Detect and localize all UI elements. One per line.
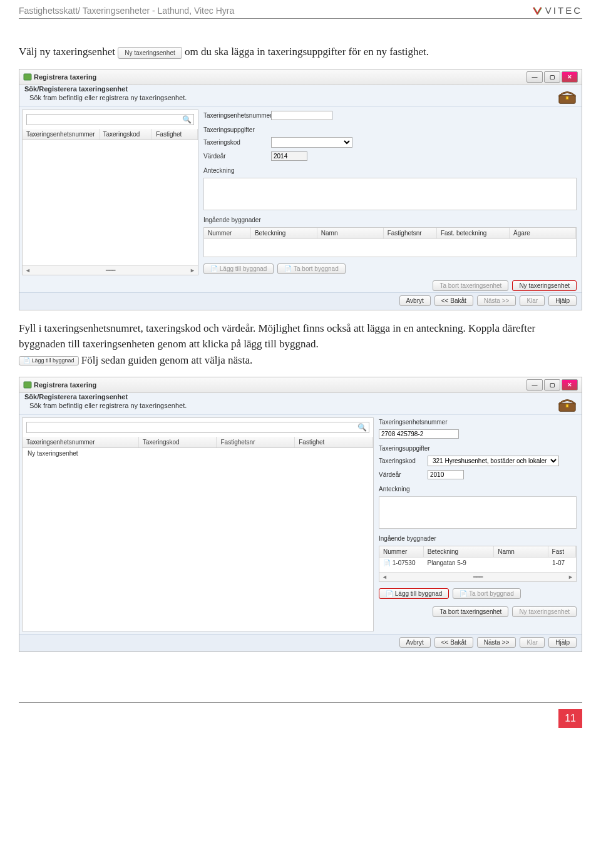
- close-button[interactable]: ✕: [562, 379, 578, 391]
- section-description: Sök fram befintlig eller registrera ny t…: [29, 402, 187, 409]
- remove-building-button[interactable]: 📄 Ta bort byggnad: [453, 588, 520, 599]
- taxation-code-label: Taxeringskod: [203, 139, 266, 146]
- svg-rect-0: [24, 74, 31, 80]
- cancel-button[interactable]: Avbryt: [399, 637, 431, 648]
- section-title: Sök/Registerera taxeringsenhet: [19, 393, 582, 402]
- register-taxation-window-1: Registrera taxering — ▢ ✕ Sök/Registerer…: [19, 69, 582, 310]
- value-year-input[interactable]: [428, 470, 464, 479]
- unit-number-label: Taxeringsenhetsnummer: [379, 419, 441, 426]
- window-icon: [23, 381, 32, 389]
- help-button[interactable]: Hjälp: [548, 295, 577, 306]
- value-year-input[interactable]: [271, 151, 307, 161]
- maximize-button[interactable]: ▢: [544, 71, 560, 83]
- note-label: Anteckning: [203, 167, 577, 174]
- brand-logo: VITEC: [533, 5, 582, 16]
- left-search-panel: 🔍 Taxeringsenhetsnummer Taxeringskod Fas…: [22, 110, 198, 275]
- section-title: Sök/Registerera taxeringsenhet: [19, 85, 582, 94]
- paragraph-2: Fyll i taxeringsenhetsnumret, taxeringsk…: [19, 320, 582, 369]
- left-table-header: Taxeringsenhetsnummer Taxeringskod Fasti…: [23, 437, 373, 448]
- treasure-chest-icon: [558, 89, 577, 105]
- search-icon[interactable]: 🔍: [357, 423, 367, 432]
- taxation-details-label: Taxeringsuppgifter: [379, 445, 577, 452]
- included-buildings-label: Ingående byggnader: [379, 535, 577, 542]
- unit-number-input[interactable]: [379, 429, 459, 439]
- help-button[interactable]: Hjälp: [548, 637, 577, 648]
- taxation-details-label: Taxeringsuppgifter: [203, 126, 577, 133]
- new-taxation-unit-inline-button: Ny taxeringsenhet: [118, 47, 182, 59]
- add-building-button[interactable]: 📄 Lägg till byggnad: [379, 588, 449, 599]
- register-taxation-window-2: Registrera taxering — ▢ ✕ Sök/Registerer…: [19, 377, 582, 652]
- window-icon: [23, 73, 32, 81]
- close-button[interactable]: ✕: [562, 71, 578, 83]
- minimize-button[interactable]: —: [527, 71, 543, 83]
- taxation-code-label: Taxeringskod: [379, 457, 423, 464]
- taxation-code-select[interactable]: 321 Hyreshusenhet, bostäder och lokaler: [428, 456, 559, 466]
- new-unit-button[interactable]: Ny taxeringsenhet: [512, 280, 577, 291]
- value-year-label: Värdeår: [203, 153, 266, 160]
- remove-unit-button[interactable]: Ta bort taxeringsenhet: [433, 606, 508, 617]
- treasure-chest-icon: [558, 397, 577, 413]
- buildings-grid: Nummer Beteckning Namn Fastighetsnr Fast…: [203, 227, 577, 257]
- remove-building-button[interactable]: 📄 Ta bort byggnad: [277, 263, 345, 274]
- window-title: Registrera taxering: [34, 73, 96, 81]
- table-row[interactable]: 📄 1-07530 Plangatan 5-9 1-07: [379, 558, 576, 568]
- section-description: Sök fram befintlig eller registrera ny t…: [29, 94, 187, 101]
- left-search-panel: 🔍 Taxeringsenhetsnummer Taxeringskod Fas…: [22, 417, 374, 631]
- svg-rect-2: [566, 96, 568, 100]
- add-building-inline-button: 📄 Lägg till byggnad: [19, 356, 79, 366]
- left-table-header: Taxeringsenhetsnummer Taxeringskod Fasti…: [23, 129, 198, 140]
- finish-button[interactable]: Klar: [520, 295, 545, 306]
- buildings-grid: Nummer Beteckning Namn Fast 📄 1-07530 Pl…: [379, 546, 577, 582]
- back-button[interactable]: << Bakåt: [434, 295, 473, 306]
- next-button[interactable]: Nästa >>: [477, 637, 516, 648]
- minimize-button[interactable]: —: [527, 379, 543, 391]
- unit-number-label: Taxeringsenhetsnummer: [203, 112, 266, 119]
- next-button[interactable]: Nästa >>: [477, 295, 516, 306]
- window-title: Registrera taxering: [34, 381, 96, 389]
- paragraph-1: Välj ny taxeringsenhet Ny taxeringsenhet…: [19, 44, 582, 60]
- maximize-button[interactable]: ▢: [544, 379, 560, 391]
- new-unit-button[interactable]: Ny taxeringsenhet: [512, 606, 577, 617]
- unit-number-input[interactable]: [271, 111, 332, 120]
- svg-rect-5: [566, 404, 568, 407]
- search-icon[interactable]: 🔍: [182, 115, 192, 124]
- note-label: Anteckning: [379, 486, 577, 493]
- taxation-code-select[interactable]: [271, 137, 352, 148]
- cancel-button[interactable]: Avbryt: [399, 295, 431, 306]
- note-textarea[interactable]: [203, 178, 577, 210]
- back-button[interactable]: << Bakåt: [434, 637, 473, 648]
- search-input[interactable]: [26, 114, 194, 125]
- document-header-title: Fastighetsskatt/ Taxeringsenheter - Lath…: [19, 6, 234, 16]
- add-building-button[interactable]: 📄 Lägg till byggnad: [203, 263, 274, 274]
- included-buildings-label: Ingående byggnader: [203, 217, 577, 223]
- note-textarea[interactable]: [379, 496, 577, 529]
- value-year-label: Värdeår: [379, 471, 423, 478]
- remove-unit-button[interactable]: Ta bort taxeringsenhet: [433, 280, 508, 291]
- search-input[interactable]: [26, 422, 369, 433]
- list-item[interactable]: Ny taxeringsenhet: [23, 448, 373, 459]
- page-number: 11: [558, 709, 582, 728]
- svg-rect-3: [24, 382, 31, 388]
- finish-button[interactable]: Klar: [520, 637, 545, 648]
